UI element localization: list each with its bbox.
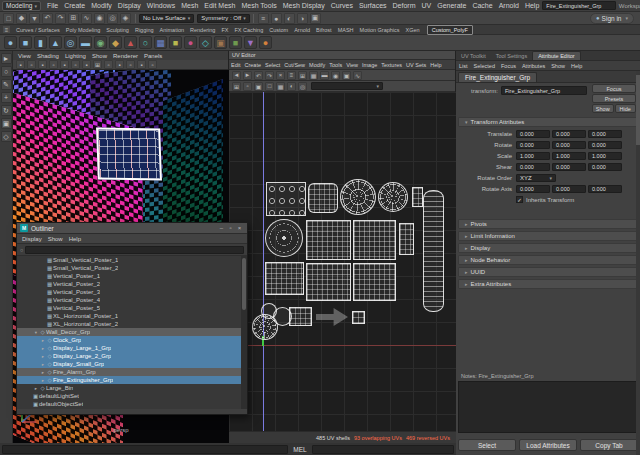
helix-primitive-icon[interactable]: ▦: [154, 36, 167, 49]
scrollbar-thumb[interactable]: [636, 75, 640, 145]
checker-map-icon[interactable]: ▦: [276, 82, 285, 91]
sphere-primitive-icon[interactable]: ●: [4, 36, 17, 49]
shelf-tab[interactable]: Poly Modeling: [63, 27, 104, 33]
optimize-icon[interactable]: ∿: [353, 71, 362, 80]
bookmarks-icon[interactable]: ▫: [49, 60, 58, 69]
rotate-cw-icon[interactable]: ↷: [265, 71, 274, 80]
outliner-row[interactable]: ▦ Vertical_Poster_5: [17, 304, 241, 312]
collapsed-section-header[interactable]: ▸ Pivots: [458, 219, 638, 229]
quick-selection-field[interactable]: Fire_Extinguisher_Grp: [542, 1, 616, 10]
move-tool-icon[interactable]: +: [1, 92, 12, 103]
menu-item[interactable]: Mesh: [178, 2, 201, 9]
footer-button[interactable]: Select: [458, 439, 516, 451]
live-surface-dropdown[interactable]: No Live Surface ▾: [139, 14, 194, 23]
panel-menu-item[interactable]: Create: [242, 62, 263, 68]
rotate-order-dropdown[interactable]: XYZ ▾: [516, 174, 556, 182]
scrollbar[interactable]: [241, 256, 247, 409]
menu-item[interactable]: Modify: [88, 2, 115, 9]
menu-item[interactable]: Mesh Tools: [238, 2, 279, 9]
cone-primitive-icon[interactable]: ▲: [49, 36, 62, 49]
render-settings-icon[interactable]: ▣: [310, 13, 321, 24]
shelf-tab[interactable]: Sculpting: [103, 27, 132, 33]
menu-item[interactable]: Help: [522, 2, 542, 9]
panel-menu-item[interactable]: UV Sets: [404, 62, 428, 68]
panel-menu-item[interactable]: Cut/Sew: [282, 62, 307, 68]
cut-uv-icon[interactable]: ×: [276, 71, 285, 80]
panel-menu-item[interactable]: Image: [360, 62, 379, 68]
panel-menu-item[interactable]: Edit: [229, 62, 242, 68]
cylinder-primitive-icon[interactable]: ▮: [34, 36, 47, 49]
outliner-row[interactable]: ▦ XL_Horizontal_Poster_2: [17, 320, 241, 328]
menu-item[interactable]: Generate: [434, 2, 469, 9]
rotate-ccw-icon[interactable]: ↶: [254, 71, 263, 80]
spherical-harmonics-icon[interactable]: ▣: [214, 36, 227, 49]
shelf-tab[interactable]: Motion Graphics: [357, 27, 403, 33]
film-gate-icon[interactable]: ▫: [104, 60, 113, 69]
collapsed-section-header[interactable]: ▸ Display: [458, 243, 638, 253]
panel-menu-item[interactable]: Show: [89, 53, 110, 59]
value-field-y[interactable]: 0.000: [552, 130, 586, 138]
save-scene-icon[interactable]: ▼: [29, 13, 40, 24]
safe-action-icon[interactable]: ▪: [137, 60, 146, 69]
unfold-icon[interactable]: ⊞: [298, 71, 307, 80]
collapsed-section-header[interactable]: ▸ Node Behavior: [458, 255, 638, 265]
flip-u-icon[interactable]: ◄: [232, 71, 241, 80]
panel-menu-item[interactable]: Modify: [307, 62, 327, 68]
uv-shell[interactable]: [289, 307, 312, 326]
shelf-tab[interactable]: Rendering: [187, 27, 218, 33]
align-icon[interactable]: ▬: [320, 71, 329, 80]
editor-tab[interactable]: Tool Settings: [491, 52, 533, 60]
gate-mask-icon[interactable]: ▫: [126, 60, 135, 69]
presets-button[interactable]: Presets: [592, 94, 636, 103]
snap-to-plane-icon[interactable]: ◎: [107, 13, 118, 24]
lock-camera-icon[interactable]: ▫: [27, 60, 36, 69]
cube-primitive-icon[interactable]: ■: [19, 36, 32, 49]
panel-menu-item[interactable]: Panels: [141, 53, 165, 59]
panel-menu-item[interactable]: Help: [568, 63, 585, 69]
panel-menu-item[interactable]: Help: [428, 62, 443, 68]
outliner-row[interactable]: ▸ ◇ Display_Large_1_Grp: [17, 344, 241, 352]
last-tool-icon[interactable]: ◇: [1, 131, 12, 142]
texture-borders-icon[interactable]: □: [265, 82, 274, 91]
panel-menu-item[interactable]: Selected: [471, 63, 498, 69]
value-field-x[interactable]: 0.000: [516, 130, 550, 138]
grid-toggle-icon[interactable]: ⊞: [93, 60, 102, 69]
maximize-icon[interactable]: ▫: [226, 225, 235, 231]
uv-shell[interactable]: [423, 190, 444, 312]
value-field-x[interactable]: 1.000: [516, 152, 550, 160]
pyramid-primitive-icon[interactable]: ▲: [124, 36, 137, 49]
panel-menu-item[interactable]: List: [456, 63, 471, 69]
minimize-icon[interactable]: –: [217, 225, 226, 231]
menu-item[interactable]: Windows: [144, 2, 178, 9]
value-field-y[interactable]: 0.000: [552, 141, 586, 149]
safe-title-icon[interactable]: ▫: [148, 60, 157, 69]
show-button[interactable]: Show: [592, 104, 614, 113]
sew-uv-icon[interactable]: ≡: [287, 71, 296, 80]
flip-v-icon[interactable]: ►: [243, 71, 252, 80]
uv-shell[interactable]: [340, 179, 376, 215]
value-field-y[interactable]: 0.000: [552, 163, 586, 171]
snap-to-curve-icon[interactable]: ∿: [81, 13, 92, 24]
menu-item[interactable]: Deform: [390, 2, 419, 9]
open-render-view-icon[interactable]: ●: [271, 13, 282, 24]
inherits-transform-checkbox[interactable]: ✓: [516, 196, 523, 203]
panel-menu-item[interactable]: View: [344, 62, 360, 68]
menu-item[interactable]: Curves: [328, 2, 356, 9]
shelf-tab[interactable]: Rigging: [132, 27, 157, 33]
command-output[interactable]: [312, 445, 454, 454]
shelf-tab[interactable]: Bifrost: [313, 27, 335, 33]
outliner-row[interactable]: ▸ ◇ Display_Small_Grp: [17, 360, 241, 368]
panel-menu-item[interactable]: Textures: [379, 62, 404, 68]
sign-in-button[interactable]: ● Sign in ▾: [590, 13, 634, 24]
distribute-icon[interactable]: ▣: [342, 71, 351, 80]
node-tab[interactable]: Fire_Extinguisher_Grp: [458, 72, 537, 82]
command-input[interactable]: [2, 445, 288, 454]
shelf-tab[interactable]: MASH: [335, 27, 357, 33]
panel-menu-item[interactable]: Show: [45, 236, 66, 242]
search-input[interactable]: [25, 246, 244, 254]
snap-to-point-icon[interactable]: ◉: [94, 13, 105, 24]
camera-attributes-icon[interactable]: ▪: [38, 60, 47, 69]
panel-menu-item[interactable]: View: [15, 53, 34, 59]
menu-item[interactable]: Surfaces: [356, 2, 390, 9]
menuset-dropdown[interactable]: Modeling ▾: [2, 1, 41, 11]
